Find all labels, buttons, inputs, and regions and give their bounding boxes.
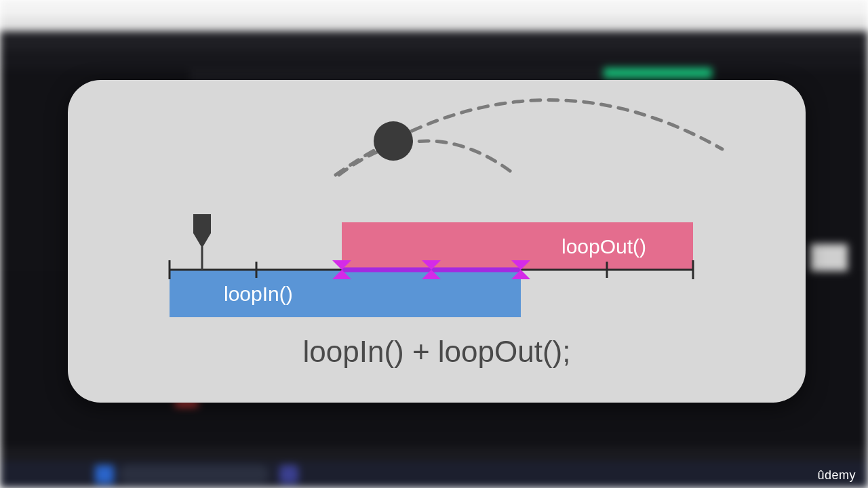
playhead xyxy=(193,214,211,270)
diagram-card: loopOut() loopIn() xyxy=(68,80,806,403)
svg-marker-7 xyxy=(193,233,211,248)
loopout-label: loopOut() xyxy=(561,235,646,258)
loopin-label: loopIn() xyxy=(224,283,293,305)
bouncing-ball xyxy=(374,121,413,161)
udemy-watermark: ûdemy xyxy=(817,468,856,483)
expression-text: loopIn() + loopOut(); xyxy=(303,335,571,368)
motion-arc-small xyxy=(339,141,515,175)
svg-rect-6 xyxy=(193,214,211,233)
